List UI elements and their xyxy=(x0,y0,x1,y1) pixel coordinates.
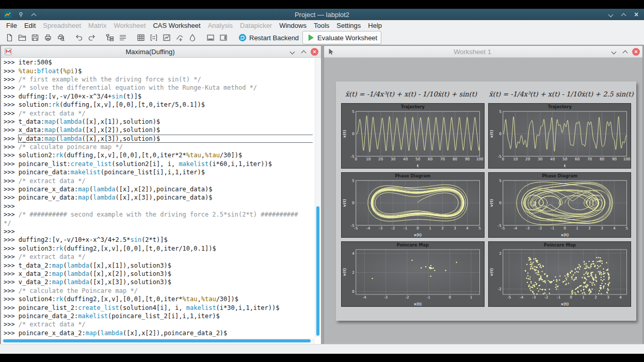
code-line[interactable]: >>>solution2:rk(duffing,[x,v],[0,0],[t,0… xyxy=(4,151,313,159)
save-button[interactable] xyxy=(28,31,41,44)
code-line[interactable]: >>>/* extract data */ xyxy=(4,253,313,261)
code-line[interactable]: >>>solution3:rk(duffing2,[x,v],[0,0],[t,… xyxy=(4,244,313,253)
evaluate-worksheet-button[interactable]: Evaluate Worksheet xyxy=(302,31,381,44)
code-line[interactable]: >>>duffing2:[v,-v/10+x-x^3/4+2.5*sin(2*t… xyxy=(4,236,313,244)
code-line[interactable]: >>>duffing:[v,-v/10+x-x^3/4+sin(t)]$ xyxy=(4,92,313,101)
cas-close-button[interactable]: × xyxy=(311,48,318,56)
plot-phase-2[interactable]: -5-4-3-2-1012345-505Phase Diagramx(t)v(t… xyxy=(488,172,632,238)
code-text: poincare_list:create_list(solution2[i], … xyxy=(19,160,272,168)
code-line[interactable]: >>>t_data:map(lambda([x],x[1]),solution)… xyxy=(4,118,313,126)
shade-icon[interactable] xyxy=(29,10,38,19)
menu-help[interactable]: Help xyxy=(364,21,385,30)
code-line[interactable]: >>>poincare_list:create_list(solution2[i… xyxy=(4,160,313,168)
worksheet-minimize-button[interactable] xyxy=(609,47,618,56)
cas-horizontal-scrollbar[interactable] xyxy=(2,338,315,343)
worksheet-maximize-button[interactable] xyxy=(621,47,630,56)
code-line[interactable]: >>>v_data_2:map(lambda([x],x[3]),solutio… xyxy=(4,278,313,286)
code-line[interactable]: >>> xyxy=(4,202,313,210)
titlebar[interactable]: Project — labplot2 × xyxy=(0,9,644,20)
menu-datapicker[interactable]: Datapicker xyxy=(236,21,276,30)
menu-tools[interactable]: Tools xyxy=(310,21,333,30)
print-preview-button[interactable] xyxy=(54,31,67,44)
code-line[interactable]: >>>poincare_x_data:map(lambda([x],x[2]),… xyxy=(4,185,313,193)
new-document-button[interactable] xyxy=(3,31,15,44)
cas-maximize-button[interactable] xyxy=(299,47,308,56)
worksheet-close-button[interactable]: × xyxy=(632,48,640,56)
project-explorer-button[interactable] xyxy=(103,31,116,44)
code-line[interactable]: >>>poincare_list_2:create_list(solution4… xyxy=(4,303,313,311)
menu-analysis[interactable]: Analysis xyxy=(204,21,236,30)
plot-phase-1[interactable]: -5-4-3-2-1012345-505Phase Diagramx(t)v(t… xyxy=(341,172,485,238)
redo-button[interactable] xyxy=(85,31,98,44)
code-line[interactable]: >>> xyxy=(4,227,313,236)
menu-file[interactable]: File xyxy=(3,21,21,30)
prompt: >>> xyxy=(4,59,15,66)
menu-settings[interactable]: Settings xyxy=(333,21,364,30)
minimize-button[interactable] xyxy=(606,10,615,19)
code-line[interactable]: >>>iter:500$ xyxy=(4,58,313,67)
dock-bottom-button[interactable] xyxy=(204,31,217,44)
print-button[interactable] xyxy=(41,31,54,44)
code-line[interactable]: >>>t_data_2:map(lambda([x],x[1]),solutio… xyxy=(4,261,313,269)
code-line[interactable]: >>>solution:rk(duffing,[x,v],[0,0],[t,0,… xyxy=(4,101,313,109)
menu-worksheet[interactable]: Worksheet xyxy=(110,21,149,30)
code-line[interactable]: >>>x_data_2:map(lambda([x],x[2]),solutio… xyxy=(4,270,313,278)
new-matrix-button[interactable] xyxy=(147,31,160,44)
code-line[interactable]: */ xyxy=(4,219,313,227)
svg-text:-4: -4 xyxy=(363,295,367,300)
menu-windows[interactable]: Windows xyxy=(276,21,310,30)
color-picker-button[interactable] xyxy=(186,31,199,44)
cas-editor[interactable]: >>>iter:500$>>>%tau:bfloat(%pi)$>>>/* fi… xyxy=(1,58,321,344)
cas-minimize-button[interactable] xyxy=(288,47,297,56)
pin-icon[interactable] xyxy=(17,10,25,19)
svg-text:-4: -4 xyxy=(366,226,371,231)
code-text: /* calculate poincare map */ xyxy=(19,143,123,151)
restart-backend-button[interactable]: Restart Backend xyxy=(235,31,302,44)
new-spreadsheet-button[interactable] xyxy=(134,31,147,44)
svg-text:80: 80 xyxy=(453,157,458,161)
cas-horizontal-scrollbar-thumb[interactable] xyxy=(3,339,311,342)
restart-backend-label: Restart Backend xyxy=(249,34,299,42)
code-line[interactable]: >>>/* first example with the driving for… xyxy=(4,75,313,84)
code-line[interactable]: >>>x_data:map(lambda([x],x[2]),solution)… xyxy=(4,126,313,134)
code-line[interactable]: >>>/* calculate the Poincare map */ xyxy=(4,287,313,295)
code-line[interactable]: >>>/* extract data */ xyxy=(4,320,313,328)
svg-text:90: 90 xyxy=(465,157,470,161)
code-line[interactable]: >>>/* calculate poincare map */ xyxy=(4,143,313,151)
code-line[interactable]: >>>poincare_v_data:map(lambda([x],x[3]),… xyxy=(4,193,313,202)
code-line[interactable]: >>>poincare_x_data_2:map(lambda([x],x[2]… xyxy=(4,329,313,337)
code-line[interactable]: >>>/* extract data */ xyxy=(4,109,313,117)
code-line[interactable]: >>>poincare_data_2:makelist(poincare_lis… xyxy=(4,312,313,320)
close-button[interactable]: × xyxy=(632,10,640,19)
open-folder-button[interactable] xyxy=(15,31,28,44)
code-line[interactable]: >>>solution4:rk(duffing2,[x,v],[0,0],[t,… xyxy=(4,295,313,303)
plot-trajectory-2[interactable]: 0102030405060708090100-505Trajectorytx(t… xyxy=(488,103,632,169)
cas-vertical-scrollbar-thumb[interactable] xyxy=(316,206,319,336)
menu-edit[interactable]: Edit xyxy=(21,21,39,30)
new-worksheet-button[interactable] xyxy=(160,31,173,44)
worksheet-window-titlebar[interactable]: Worksheet 1 × xyxy=(324,46,642,58)
cas-vertical-scrollbar[interactable] xyxy=(315,58,320,337)
menu-matrix[interactable]: Matrix xyxy=(85,21,110,30)
undo-button[interactable] xyxy=(72,31,85,44)
maximize-button[interactable] xyxy=(619,10,627,19)
properties-explorer-button[interactable] xyxy=(116,31,129,44)
plot-poincare-2[interactable]: -5-4-3-2-101234-22Poincare Mapx(t)v(t) xyxy=(488,241,632,307)
code-line[interactable]: >>>/* extract data */ xyxy=(4,176,313,185)
plot-poincare-1[interactable]: -4-3-2-101024Poincare Mapx(t)v(t) xyxy=(341,241,485,307)
worksheet-view[interactable]: ẍ(t) = -1/4x³(t) + x(t) - 1/10ẋ(t) + sin… xyxy=(324,58,642,344)
plot-trajectory-1[interactable]: 0102030405060708090100-505Trajectorytx(t… xyxy=(341,103,485,169)
svg-text:40: 40 xyxy=(550,157,555,161)
menu-spreadsheet[interactable]: Spreadsheet xyxy=(39,21,85,30)
dock-right-button[interactable] xyxy=(217,31,230,44)
new-datapicker-button[interactable] xyxy=(173,31,186,44)
svg-text:4: 4 xyxy=(466,226,469,231)
code-line[interactable]: >>>v_data:map(lambda([x],x[3]),solution)… xyxy=(4,135,313,143)
code-line[interactable]: >>>poincare_data:makelist(poincare_list[… xyxy=(4,168,313,176)
code-text: %tau:bfloat(%pi)$ xyxy=(19,68,82,75)
code-line[interactable]: >>>/* solve the differential equation wi… xyxy=(4,84,313,92)
code-line[interactable]: >>>%tau:bfloat(%pi)$ xyxy=(4,67,313,75)
code-line[interactable]: >>>/* ########## second example with the… xyxy=(4,210,313,219)
menu-cas-worksheet[interactable]: CAS Worksheet xyxy=(149,21,204,30)
cas-window-titlebar[interactable]: Maxima(Duffing) × xyxy=(1,46,321,58)
